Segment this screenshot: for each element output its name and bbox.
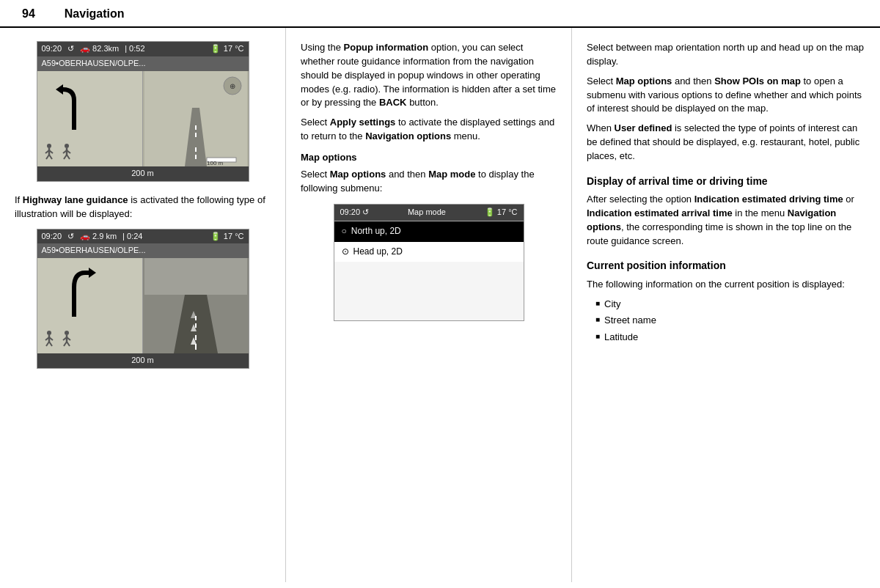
column-middle: Using the Popup information option, you … — [286, 28, 572, 582]
radio-selected-icon: ○ — [342, 225, 347, 238]
nav-screen-2-bottom: 200 m — [37, 353, 249, 368]
column-right: Select between map orientation north up … — [572, 28, 880, 582]
nav-screen-1: 09:20 ↺ 🚗 82.3km | 0:52 🔋 17 °C A59•OBER… — [37, 41, 249, 182]
map-mode-temp: 🔋 17 °C — [485, 207, 518, 218]
bullet-street-text: Street name — [604, 314, 656, 328]
nav-distance-2: 🚗 2.9 km — [80, 231, 117, 243]
nav-time-1: 09:20 — [42, 43, 62, 55]
nav-time-2: 09:20 — [42, 231, 62, 243]
popup-info-para: Using the Popup information option, you … — [301, 41, 557, 110]
map-mode-option-1-label: North up, 2D — [351, 225, 401, 238]
map-mode-empty-area — [334, 262, 524, 320]
highway-text: If Highway lane guidance is activated th… — [15, 194, 271, 221]
svg-line-12 — [67, 155, 70, 159]
nav-battery-2: 🔋 — [210, 231, 221, 243]
map-mode-topbar: 09:20 ↺ Map mode 🔋 17 °C — [334, 205, 524, 221]
nav-screen-1-map: ⊕ 100 m — [37, 71, 249, 166]
nav-screen-1-addr: A59•OBERHAUSEN/OLPE... — [37, 56, 249, 71]
page-number: 94 — [22, 7, 35, 21]
nav-screen-2: 09:20 ↺ 🚗 2.9 km | 0:24 🔋 17 °C A59•OBER… — [37, 229, 249, 370]
map-mode-screen: 09:20 ↺ Map mode 🔋 17 °C ○ North up, 2D … — [334, 204, 524, 321]
current-position-heading: Current position information — [587, 258, 865, 273]
svg-point-22 — [47, 331, 51, 335]
map-mode-title: Map mode — [369, 207, 485, 218]
map-mode-option-1[interactable]: ○ North up, 2D — [334, 221, 524, 241]
nav-screen-2-map — [37, 258, 249, 353]
nav-refresh-icon-1: ↺ — [67, 43, 74, 55]
svg-point-7 — [65, 144, 69, 148]
svg-point-28 — [65, 331, 69, 335]
column-left: 09:20 ↺ 🚗 82.3km | 0:52 🔋 17 °C A59•OBER… — [0, 28, 286, 582]
page-header: 94 Navigation — [0, 0, 880, 28]
bullet-city-text: City — [604, 298, 620, 312]
current-position-intro: The following information on the current… — [587, 278, 865, 292]
turn-arrow-2 — [52, 265, 96, 324]
page-content: 09:20 ↺ 🚗 82.3km | 0:52 🔋 17 °C A59•OBER… — [0, 28, 880, 582]
svg-marker-0 — [56, 84, 63, 95]
ped-icons-1 — [42, 143, 74, 161]
svg-line-33 — [67, 342, 70, 346]
map-options-heading: Map options — [301, 151, 557, 165]
nav-distance-1: 🚗 82.3km — [80, 43, 119, 55]
user-defined-para: When User defined is selected the type o… — [587, 122, 865, 163]
map-mode-option-2[interactable]: ⊙ Head up, 2D — [334, 242, 524, 262]
nav-screen-2-topbar: 09:20 ↺ 🚗 2.9 km | 0:24 🔋 17 °C — [37, 229, 249, 244]
bullet-item-city: City — [595, 298, 865, 312]
bullet-item-street: Street name — [595, 314, 865, 328]
map-view-1: ⊕ 100 m — [143, 71, 249, 166]
svg-text:⊕: ⊕ — [230, 82, 235, 90]
map-mode-time: 09:20 ↺ — [340, 207, 370, 218]
svg-line-6 — [49, 155, 52, 159]
svg-text:100 m: 100 m — [207, 160, 224, 166]
nav-battery-1: 🔋 — [210, 43, 221, 55]
radio-unselected-icon: ⊙ — [342, 246, 349, 258]
display-arrival-heading: Display of arrival time or driving time — [587, 174, 865, 188]
map-mode-option-2-label: Head up, 2D — [353, 246, 403, 258]
map-options-para: Select Map options and then Map mode to … — [301, 168, 557, 196]
highway-view — [143, 258, 249, 353]
nav-screen-2-addr: A59•OBERHAUSEN/OLPE... — [37, 243, 249, 258]
map-orientation-para: Select between map orientation north up … — [587, 41, 865, 69]
nav-time2-1: | 0:52 — [125, 43, 144, 55]
nav-refresh-icon-2: ↺ — [67, 231, 74, 243]
nav-screen-1-bottom: 200 m — [37, 166, 249, 181]
page-title: Navigation — [65, 7, 125, 21]
svg-rect-35 — [144, 258, 247, 295]
nav-temp-1: 17 °C — [224, 43, 244, 55]
svg-line-27 — [49, 342, 52, 346]
map-mode-body: ○ North up, 2D ⊙ Head up, 2D — [334, 221, 524, 320]
page-wrapper: 94 Navigation 09:20 ↺ 🚗 82.3km | 0:52 🔋 … — [0, 0, 880, 582]
current-position-list: City Street name Latitude — [587, 298, 865, 345]
ped-icons-2 — [42, 330, 74, 348]
bullet-latitude-text: Latitude — [604, 331, 638, 345]
nav-time2-2: | 0:24 — [122, 231, 142, 243]
show-pois-para: Select Map options and then Show POIs on… — [587, 75, 865, 117]
display-arrival-para: After selecting the option Indication es… — [587, 193, 865, 248]
bullet-item-latitude: Latitude — [595, 331, 865, 345]
svg-point-1 — [47, 144, 51, 148]
apply-settings-para: Select Apply settings to activate the di… — [301, 116, 557, 144]
nav-temp-2: 17 °C — [224, 231, 244, 243]
turn-arrow-1 — [52, 78, 96, 137]
svg-marker-21 — [89, 268, 96, 278]
nav-screen-1-topbar: 09:20 ↺ 🚗 82.3km | 0:52 🔋 17 °C — [37, 42, 249, 56]
